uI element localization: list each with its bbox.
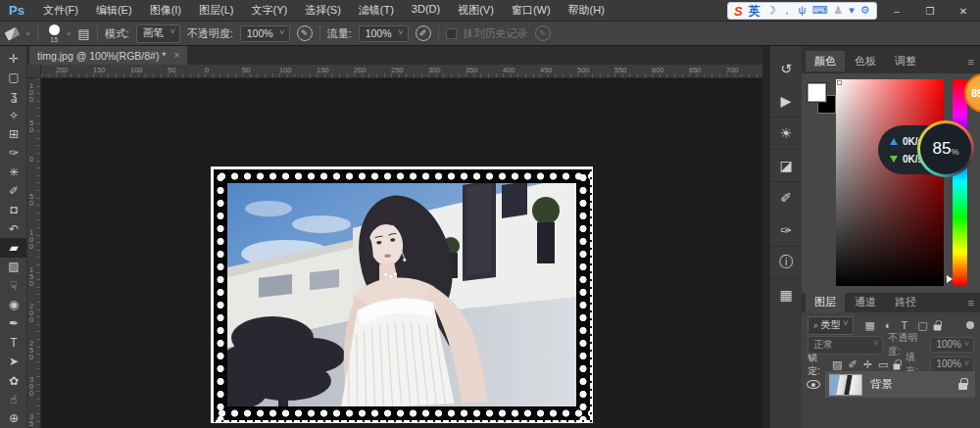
clone-stamp-tool[interactable]: ◘: [0, 201, 27, 219]
menu-item[interactable]: 滤镜(T): [350, 3, 403, 18]
document-tab[interactable]: timg.jpg @ 100%(RGB/8#) * ×: [29, 46, 187, 65]
styles-panel-icon[interactable]: ◪: [770, 149, 802, 181]
lock-pixels-icon[interactable]: ✐: [849, 358, 858, 371]
history-brush-tool[interactable]: ↶: [0, 219, 27, 238]
panel-tab[interactable]: 通道: [846, 292, 885, 312]
crop-tool[interactable]: ⊞: [0, 124, 27, 143]
photo-portrait-image[interactable]: [227, 183, 576, 406]
hue-slider-bar[interactable]: [953, 79, 967, 285]
layer-filter-select[interactable]: ⌕ 类型: [808, 316, 854, 335]
layer-thumbnail[interactable]: [829, 374, 862, 396]
minimize-button[interactable]: –: [880, 6, 913, 17]
filter-adjustment-layers-icon[interactable]: ◐: [885, 319, 892, 332]
smudge-tool[interactable]: ☟: [0, 276, 27, 295]
menu-item[interactable]: 图像(I): [141, 3, 190, 18]
history-panel-icon[interactable]: ↺: [770, 52, 802, 84]
brushes-panel-icon[interactable]: ✐: [770, 181, 802, 214]
color-panel-menu-icon[interactable]: ≡: [968, 56, 974, 68]
magic-wand-tool[interactable]: ✧: [0, 106, 27, 124]
brush-tool[interactable]: ✐: [0, 181, 27, 200]
eyedropper-tool[interactable]: ✑: [0, 144, 27, 163]
airbrush-icon[interactable]: ✐: [416, 25, 431, 41]
panel-tab[interactable]: 色板: [846, 51, 885, 71]
menu-item[interactable]: 帮助(H): [560, 3, 613, 18]
horizontal-ruler[interactable]: 2001501005005010015020025030035040045050…: [41, 65, 762, 78]
menu-item[interactable]: 编辑(E): [87, 3, 141, 18]
hue-slider-arrow-icon[interactable]: [947, 275, 953, 283]
fill-select[interactable]: 100%: [930, 357, 974, 372]
ime-punctuation-icon[interactable]: ，: [782, 5, 793, 17]
dodge-tool[interactable]: ◉: [0, 295, 27, 313]
photo-document[interactable]: [211, 166, 593, 423]
blend-mode-select[interactable]: 正常: [808, 336, 883, 355]
current-tool-eraser-icon[interactable]: [5, 26, 21, 40]
ruler-corner[interactable]: [27, 65, 41, 78]
adjustments-panel-icon[interactable]: ☀: [770, 117, 802, 149]
move-tool[interactable]: ✛: [0, 49, 27, 68]
pen-tool[interactable]: ✒: [0, 314, 27, 333]
filter-lock-icon[interactable]: [933, 324, 941, 330]
ime-toolbox-icon[interactable]: ⚙: [860, 5, 870, 17]
menu-item[interactable]: 窗口(W): [503, 3, 560, 18]
saturation-brightness-field[interactable]: [836, 79, 944, 286]
eraser-tool[interactable]: ▰: [0, 238, 27, 257]
hand-tool[interactable]: ☝: [0, 390, 27, 408]
ime-fullhalf-moon-icon[interactable]: ☽: [766, 5, 776, 17]
brush-settings-panel-icon[interactable]: ✑: [770, 214, 802, 246]
ime-lang-english[interactable]: 英: [749, 5, 760, 17]
ime-skin-icon[interactable]: ▾: [849, 5, 855, 17]
opacity-select[interactable]: 100%: [240, 25, 290, 42]
layer-visibility-eye-icon[interactable]: [807, 380, 820, 389]
menu-item[interactable]: 视图(V): [449, 3, 503, 18]
menu-item[interactable]: 文字(Y): [242, 3, 296, 18]
zoom-tool[interactable]: ⊕: [0, 409, 27, 428]
custom-shape-tool[interactable]: ✿: [0, 371, 27, 390]
menu-item[interactable]: 3D(D): [403, 3, 449, 18]
erase-to-history-checkbox[interactable]: [446, 28, 457, 39]
filter-shape-layers-icon[interactable]: ▢: [917, 319, 927, 332]
lock-position-icon[interactable]: ✛: [863, 358, 872, 371]
memory-usage-ball[interactable]: 85%: [917, 120, 974, 177]
lasso-tool[interactable]: ʓ: [0, 87, 27, 106]
panel-tab[interactable]: 调整: [886, 51, 925, 71]
gradient-tool[interactable]: ▨: [0, 258, 27, 276]
flow-select[interactable]: 100%: [359, 25, 409, 42]
layers-panel-menu-icon[interactable]: ≡: [968, 297, 974, 309]
filter-type-layers-icon[interactable]: T: [902, 319, 908, 332]
menu-item[interactable]: 文件(F): [34, 3, 87, 18]
path-selection-tool[interactable]: ➤: [0, 353, 27, 371]
tool-preset-dropdown-icon[interactable]: ˅: [25, 29, 30, 38]
tab-close-icon[interactable]: ×: [173, 50, 179, 61]
healing-brush-tool[interactable]: ✳: [0, 163, 27, 181]
pressure-opacity-icon[interactable]: ✎: [297, 25, 313, 41]
sogou-logo-icon[interactable]: S: [734, 4, 743, 19]
menu-item[interactable]: 选择(S): [296, 3, 350, 18]
filter-toggle-icon[interactable]: [966, 321, 974, 329]
brush-picker-dropdown-icon[interactable]: ˅: [67, 29, 72, 38]
vertical-ruler[interactable]: 1 0 05 005 01 0 01 5 02 0 02 5 03 0 03 5…: [27, 78, 41, 428]
selected-layer[interactable]: 背景: [825, 371, 975, 398]
lock-artboard-icon[interactable]: ▭: [878, 358, 888, 371]
menu-item[interactable]: 图层(L): [190, 3, 242, 18]
ime-keyboard-icon[interactable]: ⌨: [811, 5, 827, 17]
layer-row[interactable]: 背景: [802, 371, 980, 398]
toggle-brush-panel-icon[interactable]: ▤: [77, 26, 89, 41]
panel-splitter[interactable]: [762, 46, 770, 428]
pressure-size-icon[interactable]: ✎: [535, 25, 551, 41]
ime-person-icon[interactable]: ♟: [833, 5, 843, 17]
close-button[interactable]: ✕: [947, 6, 980, 17]
restore-button[interactable]: ❐: [913, 6, 947, 17]
filter-pixel-layers-icon[interactable]: ▦: [865, 319, 875, 332]
info-panel-icon[interactable]: ⓘ: [770, 246, 802, 278]
ime-mic-icon[interactable]: ψ: [799, 5, 807, 17]
type-tool[interactable]: T: [0, 333, 27, 352]
canvas-area[interactable]: [41, 78, 762, 428]
layer-opacity-select[interactable]: 100%: [930, 337, 974, 353]
lock-transparency-icon[interactable]: ▨: [832, 358, 842, 371]
actions-panel-icon[interactable]: ▶: [770, 84, 802, 117]
panel-tab[interactable]: 图层: [806, 292, 845, 312]
marquee-tool[interactable]: ▢: [0, 68, 27, 86]
brush-preset-picker[interactable]: 15: [49, 24, 60, 43]
panel-tab[interactable]: 路径: [886, 292, 925, 312]
lock-all-icon[interactable]: [894, 363, 901, 369]
